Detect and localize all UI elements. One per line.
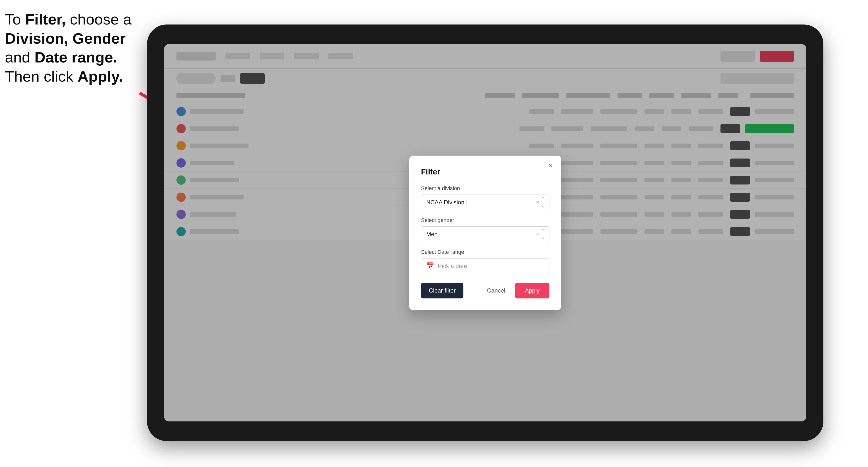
filter-modal: × Filter Select a division NCAA Division… [409,156,561,310]
cancel-button[interactable]: Cancel [482,283,510,299]
clear-filter-button[interactable]: Clear filter [421,283,463,299]
division-select-icons: × ⌃⌄ [536,196,546,209]
division-select-wrapper: NCAA Division I × ⌃⌄ [421,194,550,210]
division-select[interactable]: NCAA Division I [421,194,550,210]
instruction-text: To Filter, choose a Division, Gender and… [5,10,142,86]
date-range-placeholder: Pick a date [438,263,467,270]
division-select-value: NCAA Division I [426,199,468,206]
gender-select-icons: × ⌃⌄ [536,228,546,241]
modal-close-button[interactable]: × [546,160,555,170]
division-form-group: Select a division NCAA Division I × ⌃⌄ [421,185,550,210]
clear-division-icon[interactable]: × [536,199,539,206]
modal-title: Filter [421,167,550,177]
calendar-icon: 📅 [426,262,434,270]
gender-form-group: Select gender Men × ⌃⌄ [421,217,550,242]
modal-footer: Clear filter Cancel Apply [421,283,550,299]
tablet-screen: × Filter Select a division NCAA Division… [164,44,806,422]
clear-gender-icon[interactable]: × [536,231,539,238]
division-label: Select a division [421,185,550,192]
tablet-frame: × Filter Select a division NCAA Division… [147,25,824,441]
chevron-gender-icon: ⌃⌄ [541,228,546,241]
gender-select-value: Men [426,231,438,238]
date-range-label: Select Date range [421,249,550,255]
instruction-line4: Then click Apply. [5,68,123,85]
chevron-division-icon: ⌃⌄ [541,196,546,209]
date-form-group: Select Date range 📅 Pick a date [421,249,550,274]
instruction-line1: To Filter, choose a [5,11,132,28]
gender-select[interactable]: Men [421,226,550,242]
date-range-input[interactable]: 📅 Pick a date [421,258,550,274]
instruction-bold2: Division, Gender [5,30,126,47]
apply-button[interactable]: Apply [515,283,550,299]
instruction-line3: and Date range. [5,49,117,66]
modal-backdrop[interactable]: × Filter Select a division NCAA Division… [164,44,806,422]
gender-label: Select gender [421,217,550,223]
gender-select-wrapper: Men × ⌃⌄ [421,226,550,242]
